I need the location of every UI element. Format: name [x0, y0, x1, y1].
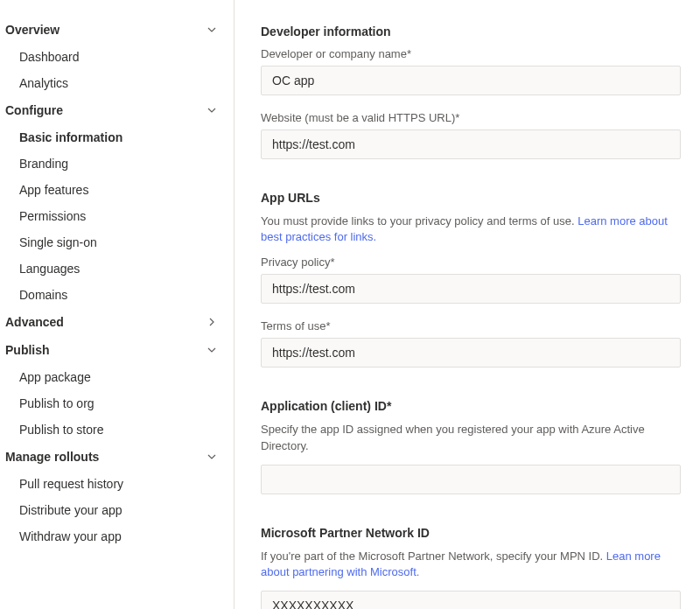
desc-text: You must provide links to your privacy p…: [261, 214, 578, 228]
chevron-down-icon: [206, 344, 218, 356]
nav-group-label: Overview: [5, 23, 60, 37]
section-developer-information: Developer information Developer or compa…: [261, 24, 681, 159]
nav-item-dashboard[interactable]: Dashboard: [0, 44, 234, 70]
section-mpn-id: Microsoft Partner Network ID If you're p…: [261, 526, 681, 609]
chevron-down-icon: [206, 104, 218, 116]
nav-item-domains[interactable]: Domains: [0, 282, 234, 308]
section-title: Application (client) ID*: [261, 399, 681, 413]
nav-item-distribute-your-app[interactable]: Distribute your app: [0, 497, 234, 523]
privacy-policy-label: Privacy policy*: [261, 256, 681, 269]
developer-name-label: Developer or company name*: [261, 47, 681, 60]
nav-group-label: Manage rollouts: [5, 450, 99, 464]
section-description: If you're part of the Microsoft Partner …: [261, 549, 681, 580]
nav-item-languages[interactable]: Languages: [0, 256, 234, 282]
section-description: Specify the app ID assigned when you reg…: [261, 422, 681, 453]
section-description: You must provide links to your privacy p…: [261, 214, 681, 245]
privacy-policy-input[interactable]: [261, 274, 681, 304]
mpn-id-input[interactable]: [261, 591, 681, 609]
desc-text: If you're part of the Microsoft Partner …: [261, 550, 606, 563]
sidebar: Overview Dashboard Analytics Configure B…: [0, 0, 234, 609]
section-title: App URLs: [261, 191, 681, 205]
nav-item-branding[interactable]: Branding: [0, 150, 234, 177]
nav-group-advanced[interactable]: Advanced: [0, 308, 234, 336]
developer-name-input[interactable]: [261, 66, 681, 95]
section-title: Developer information: [261, 24, 681, 38]
nav-item-publish-to-store[interactable]: Publish to store: [0, 416, 234, 443]
terms-of-use-label: Terms of use*: [261, 319, 681, 332]
section-application-client-id: Application (client) ID* Specify the app…: [261, 399, 681, 494]
terms-of-use-input[interactable]: [261, 338, 681, 368]
nav-item-permissions[interactable]: Permissions: [0, 203, 234, 229]
application-client-id-input[interactable]: [261, 465, 681, 494]
nav-item-basic-information[interactable]: Basic information: [0, 124, 234, 150]
nav-group-overview[interactable]: Overview: [0, 16, 234, 44]
nav-group-label: Publish: [5, 343, 50, 357]
nav-item-withdraw-your-app[interactable]: Withdraw your app: [0, 523, 234, 550]
section-app-urls: App URLs You must provide links to your …: [261, 191, 681, 368]
chevron-down-icon: [206, 451, 218, 463]
nav-group-label: Configure: [5, 103, 63, 117]
nav-item-analytics[interactable]: Analytics: [0, 70, 234, 96]
nav-item-app-features[interactable]: App features: [0, 177, 234, 203]
website-input[interactable]: [261, 130, 681, 159]
nav-item-pull-request-history[interactable]: Pull request history: [0, 471, 234, 497]
nav-item-publish-to-org[interactable]: Publish to org: [0, 390, 234, 416]
chevron-down-icon: [206, 24, 218, 36]
nav-item-app-package[interactable]: App package: [0, 364, 234, 390]
nav-group-label: Advanced: [5, 315, 64, 329]
nav-group-publish[interactable]: Publish: [0, 336, 234, 364]
nav-group-configure[interactable]: Configure: [0, 96, 234, 124]
main-content: Developer information Developer or compa…: [234, 0, 700, 609]
nav-item-single-sign-on[interactable]: Single sign-on: [0, 229, 234, 256]
nav-group-manage-rollouts[interactable]: Manage rollouts: [0, 443, 234, 471]
section-title: Microsoft Partner Network ID: [261, 526, 681, 540]
website-label: Website (must be a valid HTTPS URL)*: [261, 111, 681, 124]
chevron-right-icon: [206, 316, 218, 328]
